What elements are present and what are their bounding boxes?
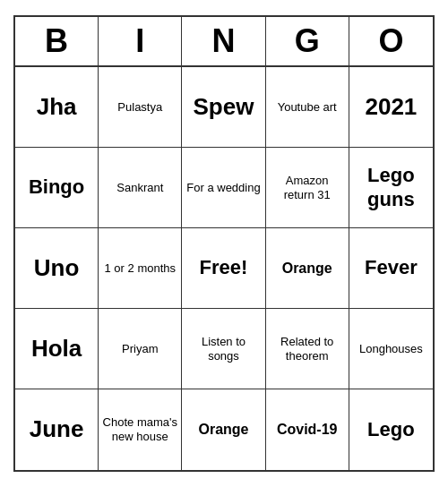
grid-cell: Orange <box>182 389 265 470</box>
grid-cell: For a wedding <box>182 148 265 228</box>
grid-cell: 1 or 2 months <box>99 228 182 309</box>
grid-cell: Covid-19 <box>266 389 349 470</box>
cell-text: Fever <box>365 256 418 279</box>
bingo-header: BINGO <box>15 17 433 67</box>
grid-cell: 2021 <box>349 67 433 148</box>
cell-text: Amazon return 31 <box>270 174 345 201</box>
cell-text: For a wedding <box>186 181 260 195</box>
cell-text: Related to theorem <box>270 335 345 363</box>
grid-cell: Chote mama's new house <box>99 389 182 470</box>
cell-text: Spew <box>194 93 254 121</box>
cell-text: Youtube art <box>278 100 337 115</box>
cell-text: Uno <box>34 254 80 282</box>
cell-text: Orange <box>198 421 248 438</box>
cell-text: Hola <box>31 335 82 363</box>
cell-text: Lego guns <box>353 164 429 211</box>
cell-text: Jha <box>37 93 77 121</box>
grid-cell: Bingo <box>15 148 99 228</box>
bingo-card: BINGO JhaPulastyaSpewYoutube art2021Bing… <box>13 15 435 472</box>
cell-text: Listen to songs <box>185 335 261 363</box>
grid-cell: Hola <box>15 309 99 389</box>
cell-text: Free! <box>200 256 248 279</box>
header-cell: B <box>15 17 99 65</box>
grid-cell: Uno <box>15 228 99 309</box>
cell-text: Lego <box>367 418 415 441</box>
header-cell: I <box>99 17 182 65</box>
grid-cell: Listen to songs <box>182 309 265 389</box>
grid-cell: June <box>15 389 99 470</box>
bingo-grid: JhaPulastyaSpewYoutube art2021BingoSankr… <box>15 67 433 470</box>
grid-cell: Fever <box>349 228 433 309</box>
cell-text: Bingo <box>29 175 84 199</box>
grid-cell: Related to theorem <box>266 309 349 389</box>
grid-cell: Jha <box>15 67 99 148</box>
header-cell: O <box>349 17 433 65</box>
cell-text: Priyam <box>122 342 158 356</box>
grid-cell: Amazon return 31 <box>266 148 349 228</box>
grid-cell: Pulastya <box>99 67 182 148</box>
grid-cell: Spew <box>182 67 265 148</box>
cell-text: Chote mama's new house <box>102 415 177 443</box>
grid-cell: Youtube art <box>266 67 349 148</box>
cell-text: 1 or 2 months <box>105 261 177 276</box>
header-cell: N <box>182 17 265 65</box>
grid-cell: Orange <box>266 228 349 309</box>
grid-cell: Priyam <box>99 309 182 389</box>
cell-text: Orange <box>282 260 332 277</box>
grid-cell: Free! <box>182 228 265 309</box>
grid-cell: Sankrant <box>99 148 182 228</box>
cell-text: Pulastya <box>117 100 162 115</box>
cell-text: June <box>30 415 84 443</box>
cell-text: Sankrant <box>116 181 163 195</box>
cell-text: Covid-19 <box>277 421 338 438</box>
grid-cell: Lego <box>349 389 433 470</box>
cell-text: Longhouses <box>359 342 423 356</box>
header-cell: G <box>266 17 349 65</box>
cell-text: 2021 <box>365 93 417 121</box>
grid-cell: Lego guns <box>349 148 433 228</box>
grid-cell: Longhouses <box>349 309 433 389</box>
